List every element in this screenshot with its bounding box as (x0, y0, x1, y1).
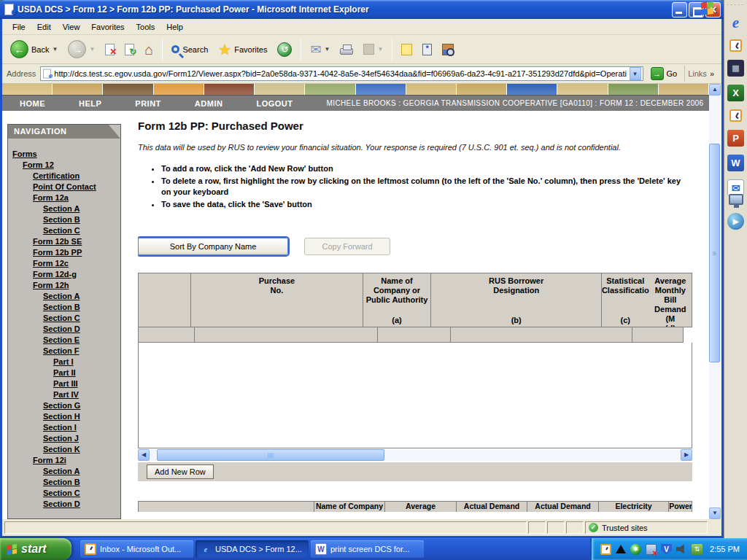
nav-link[interactable]: Section J (8, 433, 120, 444)
scroll-down-icon[interactable]: ▼ (709, 508, 721, 519)
media-player-icon[interactable]: ▶ (727, 213, 744, 230)
edit-button[interactable]: ▼ (360, 42, 387, 57)
binder-icon[interactable]: ▦ (727, 60, 744, 77)
mail-button[interactable]: ✉ ▼ (306, 42, 333, 57)
tray-network-icon[interactable] (646, 544, 657, 555)
mail-dropdown-icon[interactable]: ▼ (325, 46, 330, 52)
taskbar-task-button[interactable]: W print screen DCS for... (311, 540, 424, 558)
nav-link[interactable]: Section A (8, 466, 120, 477)
stop-button[interactable]: ✕ (101, 42, 118, 58)
table-cell[interactable] (451, 327, 632, 343)
resize-grip[interactable] (709, 521, 719, 534)
home-button[interactable]: ⌂ (141, 42, 157, 57)
table-cell[interactable] (195, 327, 378, 343)
tray-shield-icon[interactable]: V (661, 544, 672, 555)
scroll-right-icon[interactable]: ▶ (681, 449, 692, 461)
nav-link[interactable]: Section D (8, 499, 120, 510)
excel-icon[interactable]: X (727, 85, 744, 101)
back-dropdown-icon[interactable]: ▼ (52, 46, 58, 52)
forward-button[interactable]: → ▼ (64, 38, 98, 61)
site-nav-link[interactable]: HOME (20, 99, 45, 108)
messenger-button[interactable] (419, 42, 436, 58)
word-icon[interactable]: W (727, 155, 744, 171)
outlook-clock-icon[interactable] (729, 39, 742, 52)
menu-item[interactable]: Favorites (85, 20, 130, 34)
dock-gripper[interactable]: ····· (727, 2, 745, 7)
table-cell[interactable] (632, 327, 683, 343)
menu-item[interactable]: Tools (131, 20, 161, 34)
table-empty-row[interactable] (139, 327, 692, 343)
vertical-scrollbar[interactable]: ▲ ▼ (709, 84, 721, 519)
nav-link[interactable]: Section C (8, 313, 120, 324)
history-button[interactable]: ↺ (274, 40, 295, 59)
nav-link[interactable]: Part III (8, 378, 120, 389)
add-new-row-button[interactable]: Add New Row (147, 464, 214, 479)
nav-link[interactable]: Part IV (8, 389, 120, 400)
tray-triangle-icon[interactable] (616, 545, 626, 553)
nav-link[interactable]: Section H (8, 411, 120, 422)
back-button[interactable]: ← Back ▼ (7, 38, 61, 61)
site-nav-link[interactable]: LOGOUT (256, 99, 293, 108)
tray-volume-icon[interactable] (676, 544, 687, 555)
nav-link[interactable]: Section B (8, 302, 120, 313)
search-button[interactable]: Search (168, 43, 212, 56)
site-nav-link[interactable]: HELP (79, 99, 101, 108)
discuss-button[interactable] (398, 42, 416, 58)
menu-item[interactable]: Help (160, 20, 189, 34)
site-nav-link[interactable]: ADMIN (195, 99, 223, 108)
nav-link[interactable]: Section B (8, 214, 120, 225)
nav-link[interactable]: Form 12a (8, 192, 120, 203)
nav-link[interactable]: Section K (8, 444, 120, 455)
nav-link[interactable]: Section E (8, 335, 120, 346)
refresh-button[interactable]: ↻ (121, 42, 138, 58)
sort-by-company-name-button[interactable]: Sort By Company Name (138, 238, 288, 255)
vertical-scroll-thumb[interactable] (709, 144, 720, 362)
address-dropdown-icon[interactable]: ▼ (630, 67, 641, 80)
scroll-up-icon[interactable]: ▲ (709, 84, 721, 96)
start-button[interactable]: start (0, 538, 71, 560)
nav-link[interactable]: Section A (8, 203, 120, 214)
site-nav-link[interactable]: PRINT (135, 99, 161, 108)
nav-link[interactable]: Form 12b PP (8, 247, 120, 258)
tray-green-ball-icon[interactable]: ✱ (630, 544, 641, 555)
nav-link[interactable]: Section C (8, 225, 120, 236)
scroll-left-icon[interactable]: ◀ (138, 449, 150, 461)
nav-link[interactable]: Section G (8, 400, 120, 411)
taskbar-task-button[interactable]: e USDA DCS > Form 12... (196, 540, 309, 558)
nav-link[interactable]: Section I (8, 422, 120, 433)
nav-link[interactable]: Point Of Contact (8, 182, 120, 192)
nav-link[interactable]: Section D (8, 324, 120, 335)
tray-device-icon[interactable]: ⇅ (692, 544, 703, 555)
nav-link[interactable]: Form 12b SE (8, 236, 120, 247)
horizontal-scrollbar[interactable]: ◀ ▶ (138, 449, 692, 461)
title-bar[interactable]: e USDA DCS > Form 12 > Form 12b PP: Purc… (0, 0, 724, 19)
horizontal-scroll-thumb[interactable] (157, 449, 384, 461)
nav-link[interactable]: Part II (8, 368, 120, 378)
vertical-scroll-track[interactable] (709, 96, 721, 508)
favorites-button[interactable]: ★ Favorites (214, 42, 271, 58)
nav-link[interactable]: Part I (8, 357, 120, 368)
nav-link[interactable]: Section C (8, 488, 120, 499)
menu-item[interactable]: File (7, 20, 31, 34)
tray-clock-icon[interactable] (600, 544, 611, 555)
nav-link[interactable]: Form 12d-g (8, 269, 120, 280)
minimize-button[interactable] (672, 2, 687, 18)
address-input[interactable] (54, 69, 627, 78)
horizontal-scroll-track[interactable] (150, 449, 681, 461)
copy-forward-button[interactable]: Copy Forward (304, 238, 390, 255)
chevron-icon[interactable]: » (710, 69, 714, 78)
print-button[interactable] (336, 42, 357, 57)
nav-link[interactable]: Form 12i (8, 455, 120, 466)
my-computer-icon[interactable] (729, 194, 743, 205)
nav-link[interactable]: Forms (8, 149, 120, 160)
nav-link[interactable]: Section B (8, 477, 120, 488)
menu-item[interactable]: View (57, 20, 86, 34)
go-button[interactable]: → Go (648, 66, 681, 81)
nav-link[interactable]: Form 12h (8, 280, 120, 291)
nav-link[interactable]: Section F (8, 346, 120, 357)
nav-link[interactable]: Section A (8, 291, 120, 302)
internet-explorer-icon[interactable]: e (727, 15, 744, 31)
table-cell[interactable] (139, 327, 195, 343)
nav-link[interactable]: Form 12c (8, 258, 120, 269)
powerpoint-icon[interactable]: P (727, 130, 744, 147)
